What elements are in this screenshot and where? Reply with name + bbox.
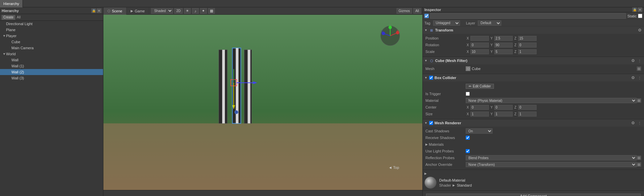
center-x-input[interactable]: 0 [470, 105, 489, 110]
rot-z-input[interactable]: 0 [518, 43, 537, 48]
collider-material-select[interactable]: None (Physic Material) [466, 98, 637, 103]
stats-icon-btn[interactable]: ▦ [208, 8, 215, 14]
mesh-renderer-settings-btn[interactable]: ⚙ [630, 120, 636, 126]
rot-y-input[interactable]: 90 [494, 43, 513, 48]
materials-title: Materials [429, 142, 444, 146]
hierarchy-item-player[interactable]: ▼ Player [0, 33, 103, 39]
default-mat-header-row: ▶ [424, 172, 642, 175]
box-collider-enable-checkbox[interactable] [429, 76, 433, 80]
anchor-override-select[interactable]: None (Transform) [466, 162, 637, 167]
scale-x-input[interactable]: 10 [470, 49, 489, 54]
scale-z-label: Z [513, 50, 517, 54]
mesh-renderer-more-btn[interactable]: ⋮ [637, 120, 642, 126]
edit-collider-btn[interactable]: ✏ Edit Collider [466, 84, 494, 89]
transform-gear-btn[interactable]: ⚙ [637, 27, 642, 33]
mesh-renderer-header[interactable]: ▼ Mesh Renderer ⚙ ⋮ [423, 119, 644, 127]
light-icon-btn[interactable]: ☀ [184, 8, 191, 14]
use-light-probes-label: Use Light Probes [425, 149, 466, 153]
anchor-override-dot-btn[interactable]: ◎ [637, 162, 641, 167]
hierarchy-item-wall1[interactable]: Wall (1) [0, 63, 103, 69]
pos-y-input[interactable]: 2.5 [494, 36, 513, 41]
cast-shadows-label: Cast Shadows [425, 129, 466, 133]
static-checkbox[interactable] [638, 14, 642, 18]
top-bar: Hierarchy [0, 0, 644, 7]
pos-x-input[interactable] [470, 36, 489, 41]
tag-select[interactable]: Untagged [433, 20, 460, 26]
2d-button[interactable]: 2D [174, 8, 183, 14]
size-z-input[interactable]: 1 [518, 112, 537, 117]
hierarchy-item-wall2[interactable]: Wall (2) [0, 69, 103, 75]
pos-x-label: X [466, 37, 470, 40]
hierarchy-menu-btn[interactable]: ≡ [97, 8, 101, 13]
mesh-filter-header[interactable]: ▼ ⬡ Cube (Mesh Filter) ⚙ ⋮ [423, 57, 644, 64]
scale-y-input[interactable]: 5 [494, 49, 513, 54]
hierarchy-lock-btn[interactable]: 🔒 [91, 8, 96, 13]
hierarchy-item-cube[interactable]: Cube [0, 39, 103, 45]
scale-z-input[interactable]: 1 [518, 49, 537, 54]
scene-game-bar: ⬡ Scene ▶ Game Shaded 2D ☀ ♪ ✦ ▦ Gizmos … [103, 7, 422, 15]
mat-shader-row: Shader ▶ Standard [439, 183, 472, 187]
hierarchy-item-directional-light[interactable]: Directional Light [0, 21, 103, 27]
size-y-input[interactable]: 1 [494, 112, 513, 117]
transform-icon: ⊞ [429, 28, 434, 32]
receive-shadows-checkbox[interactable] [466, 136, 470, 140]
center-z-input[interactable]: 0 [518, 105, 537, 110]
inspector-menu-btn[interactable]: ≡ [638, 7, 642, 12]
cast-shadows-select[interactable]: On [466, 128, 493, 134]
box-collider-settings-btn[interactable]: ⚙ [630, 75, 636, 80]
all-gizmos-button[interactable]: All [413, 8, 421, 14]
mesh-filter-settings-btn[interactable]: ⚙ [630, 58, 636, 63]
transform-body: Position X Y 2.5 Z 15 [423, 34, 644, 57]
mesh-renderer-arrow: ▼ [424, 121, 428, 125]
pos-y-label: Y [490, 37, 494, 40]
add-component-button[interactable]: Add Component [426, 194, 641, 196]
use-light-probes-checkbox[interactable] [466, 149, 470, 153]
edit-collider-icon: ✏ [469, 84, 471, 88]
scene-viewport[interactable]: X Y Z ◄ Top [103, 15, 422, 190]
object-active-checkbox[interactable] [424, 14, 429, 18]
receive-shadows-row: Receive Shadows [425, 135, 641, 141]
transform-header[interactable]: ▼ ⊞ Transform ⚙ [423, 26, 644, 34]
svg-text:X: X [397, 29, 399, 32]
box-collider-more-btn[interactable]: ⋮ [637, 75, 642, 80]
hierarchy-item-plane[interactable]: Plane [0, 27, 103, 33]
mesh-label: Mesh [425, 67, 466, 71]
mesh-renderer-name: Mesh Renderer [434, 121, 629, 125]
default-material-sphere[interactable] [424, 177, 436, 189]
default-mat-name: Default-Material [439, 178, 472, 182]
hierarchy-item-wall3[interactable]: Wall (3) [0, 75, 103, 81]
hierarchy-panel: Hierarchy 🔒 ≡ Create All Directional Lig… [0, 7, 103, 196]
hierarchy-item-world[interactable]: ▼ World [0, 51, 103, 57]
edit-collider-row: ✏ Edit Collider [425, 83, 641, 89]
box-collider-header[interactable]: ▼ Box Collider ⚙ ⋮ [423, 74, 644, 81]
inspector-lock-btn[interactable]: 🔒 [632, 7, 637, 12]
gizmos-button[interactable]: Gizmos [397, 8, 412, 14]
pos-z-input[interactable]: 15 [518, 36, 537, 41]
center-y-field: Y 0 [490, 105, 513, 110]
collider-material-dot-btn[interactable]: ◎ [637, 98, 641, 103]
mesh-select-btn[interactable]: ◎ [637, 66, 641, 71]
reflection-probes-select[interactable]: Blend Probes [466, 155, 637, 160]
is-trigger-checkbox[interactable] [466, 92, 470, 96]
game-tab[interactable]: ▶ Game [127, 7, 149, 15]
collider-center-xyz: X 0 Y 0 Z 0 [466, 105, 641, 110]
layer-select[interactable]: Default [478, 20, 501, 26]
hierarchy-item-wall[interactable]: Wall [0, 57, 103, 63]
box-collider-section: ▼ Box Collider ⚙ ⋮ ✏ Edit Collider Is Tr… [423, 74, 644, 119]
bottom-status [103, 190, 422, 196]
mesh-renderer-enable-checkbox[interactable] [429, 121, 433, 125]
object-name-input[interactable] [430, 13, 626, 19]
box-collider-body: ✏ Edit Collider Is Trigger Material None… [423, 81, 644, 119]
audio-icon-btn[interactable]: ♪ [192, 8, 199, 14]
scene-tab[interactable]: ⬡ Scene [103, 7, 127, 15]
reflection-probes-dot-btn[interactable]: ◎ [637, 155, 641, 160]
center-y-input[interactable]: 0 [494, 105, 513, 110]
hierarchy-item-main-camera[interactable]: Main Camera [0, 45, 103, 51]
size-x-input[interactable]: 1 [470, 112, 489, 117]
rot-x-input[interactable]: 0 [470, 43, 489, 48]
fx-icon-btn[interactable]: ✦ [200, 8, 207, 14]
tab-hierarchy[interactable]: Hierarchy [0, 0, 23, 7]
create-button[interactable]: Create [1, 15, 15, 20]
mesh-filter-more-btn[interactable]: ⋮ [637, 58, 642, 63]
shaded-select[interactable]: Shaded [151, 8, 173, 14]
